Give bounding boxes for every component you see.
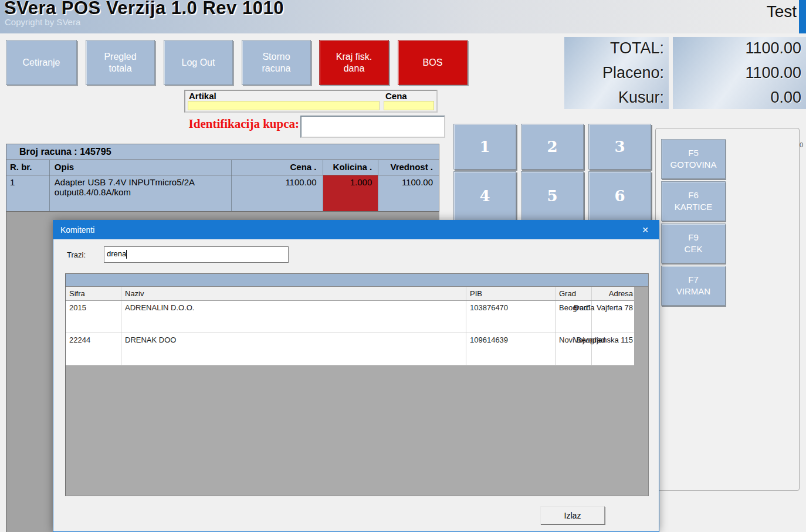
cena-input[interactable] xyxy=(384,101,434,110)
totals-labels-panel: TOTAL: Placeno: Kusur: xyxy=(564,37,669,109)
f6-kartice-button[interactable]: F6 KARTICE xyxy=(661,181,726,221)
total-value: 1100.00 xyxy=(678,39,801,57)
storno-racuna-button[interactable]: Storno racuna xyxy=(242,40,311,85)
receipt-item-row[interactable]: 1 Adapter USB 7.4V INPUTmicro5/2A output… xyxy=(6,175,439,211)
komitent-row[interactable]: 2015 ADRENALIN D.O.O. 103876470 Beograd … xyxy=(66,301,634,333)
adresa-text: Vojvodjanska 115 xyxy=(574,336,633,362)
key-label: F9 xyxy=(688,232,699,243)
placeno-label: Placeno: xyxy=(569,64,664,82)
col-vrednost: Vrednost . xyxy=(378,160,439,175)
receipt-table: Broj racuna : 145795 R. br. Opis Cena . … xyxy=(6,144,439,212)
trazi-input[interactable]: drena xyxy=(104,246,289,263)
trazi-value: drena xyxy=(107,249,126,258)
total-label: TOTAL: xyxy=(569,39,664,57)
text-caret xyxy=(126,250,127,259)
dialog-title-bar[interactable]: Komitenti xyxy=(53,221,659,239)
cell-pib: 109614639 xyxy=(466,333,556,365)
cell-adresa: Đorđa Vajferta 78 xyxy=(592,301,634,333)
numpad-key-3[interactable]: 3 xyxy=(588,124,651,170)
customer-id-input[interactable] xyxy=(300,116,445,138)
f5-gotovina-button[interactable]: F5 GOTOVINA xyxy=(661,139,726,179)
komitenti-header-row: Sifra Naziv PIB Grad Adresa xyxy=(66,287,634,301)
numpad-key-1[interactable]: 1 xyxy=(453,124,516,170)
artikal-input[interactable] xyxy=(188,101,380,110)
cell-naziv: DRENAK DOO xyxy=(121,333,466,365)
quick-entry-box: Artikal Cena xyxy=(184,90,438,113)
button-label: Cetiranje xyxy=(22,57,60,69)
receipt-header-row: R. br. Opis Cena . Kolicina . Vrednost . xyxy=(6,160,439,175)
cetiranje-button[interactable]: Cetiranje xyxy=(6,40,77,85)
log-out-button[interactable]: Log Out xyxy=(164,40,233,85)
copyright-label: Copyright by SVera xyxy=(5,17,80,27)
col-pib: PIB xyxy=(466,287,556,300)
pay-label: GOTOVINA xyxy=(670,159,717,171)
background-window-scrap: 0 xyxy=(800,141,803,148)
numpad-key-2[interactable]: 2 xyxy=(521,124,584,170)
col-naziv: Naziv xyxy=(121,287,466,300)
key-label: F6 xyxy=(688,189,699,201)
f9-cek-button[interactable]: F9 CEK xyxy=(661,223,726,263)
item-rbr: 1 xyxy=(6,175,50,211)
izlaz-label: Izlaz xyxy=(564,511,581,520)
cell-pib: 103876470 xyxy=(466,301,556,333)
item-cena: 1100.00 xyxy=(232,175,323,211)
cell-sifra: 2015 xyxy=(66,301,121,333)
col-adresa: Adresa xyxy=(592,287,634,300)
izlaz-button[interactable]: Izlaz xyxy=(540,506,605,524)
col-cena: Cena . xyxy=(232,160,323,175)
komitenti-table: Sifra Naziv PIB Grad Adresa 2015 ADRENAL… xyxy=(65,273,649,496)
bos-button[interactable]: BOS xyxy=(398,40,468,85)
button-label: Storno racuna xyxy=(256,51,297,74)
placeno-value: 1100.00 xyxy=(678,64,801,82)
totals-values-panel: 1100.00 1100.00 0.00 xyxy=(673,37,806,109)
item-description-line2: output8.4/0.8A/kom xyxy=(55,187,228,197)
cell-naziv: ADRENALIN D.O.O. xyxy=(121,301,466,333)
table-top-band xyxy=(66,274,648,287)
app-title: SVera POS Verzija 1.0 Rev 1010 xyxy=(4,0,284,19)
dialog-title: Komitenti xyxy=(60,225,94,235)
customer-id-label: Identifikacija kupca: xyxy=(170,117,299,131)
key-label: F7 xyxy=(688,274,699,286)
cena-label: Cena xyxy=(385,91,407,101)
cell-adresa: Vojvodjanska 115 xyxy=(592,333,634,365)
kusur-label: Kusur: xyxy=(569,89,664,107)
receipt-number-header: Broj racuna : 145795 xyxy=(6,144,439,160)
button-label: Kraj fisk. dana xyxy=(332,51,376,74)
background-window-strip xyxy=(799,0,806,33)
numpad-key-5[interactable]: 5 xyxy=(521,171,584,221)
col-kolicina: Kolicina . xyxy=(323,160,379,175)
pay-label: CEK xyxy=(685,243,703,255)
numpad-key-4[interactable]: 4 xyxy=(453,171,516,221)
artikal-label: Artikal xyxy=(189,91,216,101)
pay-label: VIRMAN xyxy=(676,286,710,297)
close-icon[interactable]: ✕ xyxy=(639,224,652,236)
komitenti-dialog: Komitenti ✕ Trazi: drena Sifra Naziv PIB… xyxy=(53,220,659,532)
col-grad: Grad xyxy=(556,287,592,300)
operator-label: Test xyxy=(767,2,797,21)
button-label: BOS xyxy=(423,57,443,69)
item-description-line1: Adapter USB 7.4V INPUTmicro5/2A xyxy=(55,177,228,187)
key-label: F5 xyxy=(688,147,699,159)
title-bar: SVera POS Verzija 1.0 Rev 1010 Copyright… xyxy=(0,0,806,33)
button-label: Pregled totala xyxy=(100,51,141,74)
f7-virman-button[interactable]: F7 VIRMAN xyxy=(661,266,726,306)
pos-window: SVera POS Verzija 1.0 Rev 1010 Copyright… xyxy=(0,0,806,532)
kraj-fisk-dana-button[interactable]: Kraj fisk. dana xyxy=(319,40,389,85)
col-opis: Opis xyxy=(50,160,232,175)
item-description: Adapter USB 7.4V INPUTmicro5/2A output8.… xyxy=(50,175,232,211)
komitent-row[interactable]: 22244 DRENAK DOO 109614639 Novi Beograd … xyxy=(66,333,634,365)
col-rbr: R. br. xyxy=(6,160,50,175)
cell-sifra: 22244 xyxy=(66,333,121,365)
adresa-text: Đorđa Vajferta 78 xyxy=(574,303,633,330)
numpad-key-6[interactable]: 6 xyxy=(588,171,651,221)
col-sifra: Sifra xyxy=(66,287,121,300)
trazi-label: Trazi: xyxy=(67,250,86,259)
button-label: Log Out xyxy=(182,57,215,69)
item-kolicina[interactable]: 1.000 xyxy=(323,175,379,211)
pay-label: KARTICE xyxy=(675,201,713,213)
kusur-value: 0.00 xyxy=(678,89,801,107)
item-vrednost: 1100.00 xyxy=(378,175,439,211)
pregled-totala-button[interactable]: Pregled totala xyxy=(86,40,155,85)
